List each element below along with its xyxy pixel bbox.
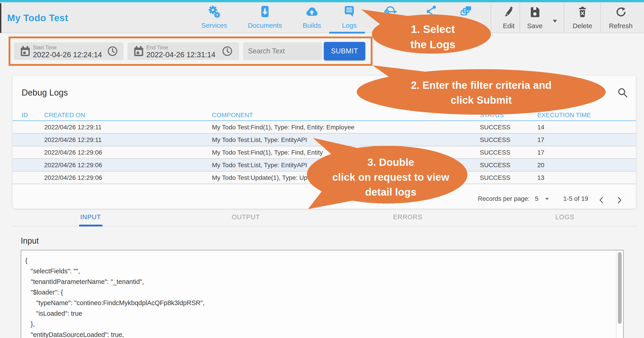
cell-component: My Todo Test:Find(1), Type: Find, Entity [212,146,323,159]
next-page-button[interactable] [616,195,623,209]
header-separator [564,3,564,32]
scrollbar-track [616,250,616,338]
nav-tab-logs[interactable]: Logs [327,3,372,31]
pagination-range: 1-5 of 19 [563,192,588,206]
refresh-button-label: Refresh [603,22,639,30]
cell-status: SUCCESS [480,121,510,134]
cell-component: My Todo Test:List, Type: EntityAPI [212,159,307,171]
cell-status: SUCCESS [480,159,510,171]
cell-status: SUCCESS [480,171,510,184]
save-button-label: Save [517,22,553,30]
table-row[interactable]: 2022/04/26 12:29:11 My Todo Test:List, T… [13,134,636,146]
cell-exec-time: 17 [537,134,544,146]
pagination-bar: Records per page: 5 1-5 of 19 [13,192,636,206]
cell-created: 2022/04/26 12:29:11 [44,121,102,134]
release-pipeline-icon [384,5,398,19]
delete-button-label: Delete [564,22,600,30]
nav-tab-label: Logs [327,22,372,29]
annotation-filter-highlight [8,36,372,66]
card-title: Debug Logs [22,88,68,98]
refresh-button[interactable]: Refresh [607,4,634,31]
tab-logs[interactable]: LOGS [538,213,592,221]
cell-component: My Todo Test:Update(1), Type: Up [212,171,307,184]
cell-exec-time: 20 [537,159,544,171]
nav-tab-versions-label-fragment: ns [474,22,481,29]
tab-output[interactable]: OUTPUT [219,213,273,221]
pencil-icon [503,6,514,19]
tab-errors[interactable]: ERRORS [381,213,435,221]
cell-component: My Todo Test:Find(1), Type: Find, Entity… [212,121,354,134]
debug-logs-card: Debug Logs ID CREATED ON COMPONENT STATU… [13,76,636,209]
records-per-page-select[interactable]: 5 [535,192,538,206]
window-top-strip [0,0,644,2]
cell-exec-time: 14 [537,121,544,134]
prev-page-button[interactable] [598,195,605,209]
nav-tab-versions[interactable] [443,3,488,31]
table-row[interactable]: 2022/04/26 12:29:11 My Todo Test:Find(1)… [13,121,636,134]
input-section-heading: Input [21,236,39,246]
cell-exec-time: 13 [537,171,544,184]
cell-component: My Todo Test:List, Type: EntityAPI [212,134,307,146]
nav-tab-services[interactable]: Services [192,3,237,31]
save-dropdown-caret[interactable] [553,20,557,22]
active-tab-underline [329,32,365,33]
delete-button[interactable]: Delete [569,4,596,31]
col-header-id[interactable]: ID [22,111,28,119]
records-per-page-label: Records per page: [478,192,530,206]
detail-tabs-baseline [13,226,638,227]
share-icon [425,5,438,19]
table-row[interactable]: 2022/04/26 12:29:06 My Todo Test:List, T… [13,159,636,171]
cell-created: 2022/04/26 12:29:06 [44,171,102,184]
refresh-icon [615,6,626,19]
scrollbar-thumb[interactable] [618,252,622,324]
col-header-exec-time[interactable]: EXECUTION TIME [537,111,591,119]
cell-status: SUCCESS [480,146,510,159]
col-header-component[interactable]: COMPONENT [212,111,253,119]
cell-created: 2022/04/26 12:29:06 [44,159,102,171]
save-floppy-icon [530,6,540,19]
cell-created: 2022/04/26 12:29:11 [44,134,102,146]
col-header-created[interactable]: CREATED ON [44,111,85,119]
tab-input[interactable]: INPUT [64,213,118,221]
nav-tab-releases-label-fragment: R [382,22,386,29]
input-json-panel: { "selectFields": "", "tenantIdParameter… [21,250,624,338]
nav-tab-label: Documents [242,22,288,29]
table-row[interactable]: 2022/04/26 12:29:06 My Todo Test:Find(1)… [13,146,636,159]
nav-tab-releases[interactable] [368,3,413,31]
page-title: My Todo Test [7,13,68,23]
app-window: My Todo Test [0,0,644,338]
input-json-code: { "selectFields": "", "tenantIdParameter… [25,255,205,338]
header-separator [600,3,601,32]
table-search-icon[interactable] [618,87,628,99]
cell-exec-time: 17 [537,146,544,159]
table-row[interactable]: 2022/04/26 12:29:06 My Todo Test:Update(… [13,171,636,184]
callout-1-line2: the Logs [410,38,456,50]
cell-status: SUCCESS [480,134,510,146]
window-edge [0,3,1,33]
detail-active-tab-underline [79,225,102,227]
services-gears-icon [208,5,220,19]
col-header-status[interactable]: STATUS [480,111,504,119]
nav-tab-label: Services [192,22,237,29]
layers-copies-icon [459,5,472,19]
builds-cloud-icon [305,5,318,19]
trash-icon [577,6,588,19]
nav-tab-documents[interactable]: Documents [242,3,288,31]
logs-chat-icon [343,5,355,19]
records-per-page-caret[interactable] [545,198,549,211]
cell-created: 2022/04/26 12:29:06 [44,146,102,159]
documents-icon [259,5,271,19]
save-button[interactable]: Save [521,4,548,31]
